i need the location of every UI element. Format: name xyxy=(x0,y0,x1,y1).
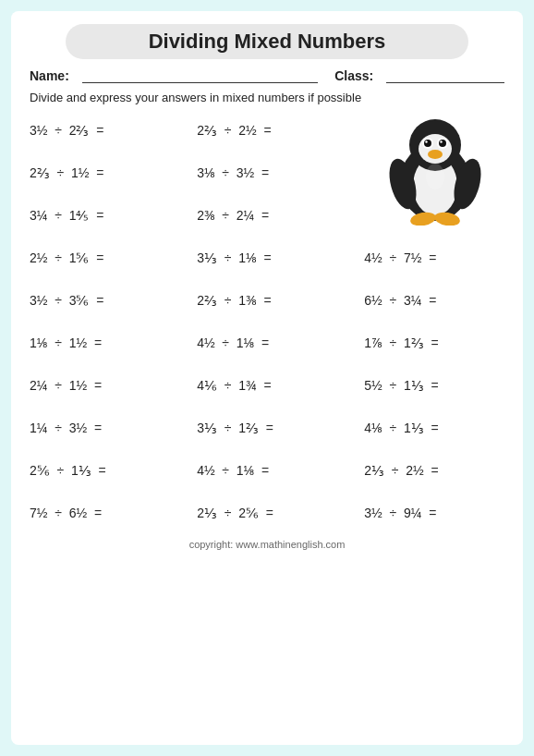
penguin-decoration xyxy=(384,110,504,230)
problem-9-1: 2⅚ ÷ 1⅓ = xyxy=(30,463,197,478)
problem-row-6: 1⅛ ÷ 1½ = 4½ ÷ 1⅛ = 1⅞ ÷ 1⅔ = xyxy=(30,323,504,363)
problem-7-3: 5½ ÷ 1⅓ = xyxy=(364,378,504,393)
class-label: Class: xyxy=(334,68,373,83)
problem-6-3: 1⅞ ÷ 1⅔ = xyxy=(364,335,504,350)
problem-4-3: 4½ ÷ 7½ = xyxy=(364,250,504,265)
problems-area: 3½ ÷ 2⅔ = 2⅔ ÷ 2½ = 2⅔ ÷ 1½ = 3⅛ ÷ 3½ = … xyxy=(30,110,504,533)
problem-1-2: 2⅔ ÷ 2½ = xyxy=(197,123,364,138)
problem-row-9: 2⅚ ÷ 1⅓ = 4½ ÷ 1⅛ = 2⅓ ÷ 2½ = xyxy=(30,450,504,491)
name-label: Name: xyxy=(30,68,69,83)
name-input-line xyxy=(82,68,318,83)
name-class-row: Name: Class: xyxy=(30,68,504,83)
problem-row-10: 7½ ÷ 6½ = 2⅓ ÷ 2⅚ = 3½ ÷ 9¼ = xyxy=(30,493,504,533)
worksheet-page: Dividing Mixed Numbers Name: Class: Divi… xyxy=(11,11,523,745)
svg-point-5 xyxy=(424,140,431,147)
problem-7-1: 2¼ ÷ 1½ = xyxy=(30,378,197,393)
problem-7-2: 4⅙ ÷ 1¾ = xyxy=(197,378,364,393)
title-box: Dividing Mixed Numbers xyxy=(66,24,469,59)
problem-8-3: 4⅛ ÷ 1⅓ = xyxy=(364,421,504,435)
problem-10-1: 7½ ÷ 6½ = xyxy=(30,506,197,520)
penguin-svg xyxy=(384,110,486,226)
problem-6-1: 1⅛ ÷ 1½ = xyxy=(30,335,197,350)
svg-point-3 xyxy=(419,134,452,164)
problem-row-7: 2¼ ÷ 1½ = 4⅙ ÷ 1¾ = 5½ ÷ 1⅓ = xyxy=(30,365,504,406)
problem-10-2: 2⅓ ÷ 2⅚ = xyxy=(197,506,364,520)
problem-3-1: 3¼ ÷ 1⅘ = xyxy=(30,208,197,223)
svg-point-8 xyxy=(439,140,446,147)
svg-point-15 xyxy=(426,164,444,189)
problem-5-3: 6½ ÷ 3¼ = xyxy=(364,293,504,308)
problem-6-2: 4½ ÷ 1⅛ = xyxy=(197,335,364,350)
problem-row-5: 3½ ÷ 3⅚ = 2⅔ ÷ 1⅜ = 6½ ÷ 3¼ = xyxy=(30,280,504,321)
problem-4-1: 2½ ÷ 1⅚ = xyxy=(30,250,197,265)
problem-9-2: 4½ ÷ 1⅛ = xyxy=(197,463,364,478)
class-input-line xyxy=(386,68,504,83)
problem-9-3: 2⅓ ÷ 2½ = xyxy=(364,463,504,478)
problem-3-2: 2⅜ ÷ 2¼ = xyxy=(197,208,364,223)
svg-point-9 xyxy=(440,140,442,142)
problem-2-2: 3⅛ ÷ 3½ = xyxy=(197,165,364,180)
problem-10-3: 3½ ÷ 9¼ = xyxy=(364,506,504,520)
instructions: Divide and express your answers in mixed… xyxy=(30,91,504,104)
problem-1-1: 3½ ÷ 2⅔ = xyxy=(30,123,197,138)
problem-5-2: 2⅔ ÷ 1⅜ = xyxy=(197,293,364,308)
problem-row-4: 2½ ÷ 1⅚ = 3⅓ ÷ 1⅛ = 4½ ÷ 7½ = xyxy=(30,238,504,278)
page-title: Dividing Mixed Numbers xyxy=(149,30,386,53)
copyright: copyright: www.mathinenglish.com xyxy=(30,539,504,550)
svg-point-10 xyxy=(428,150,443,159)
problem-8-1: 1¼ ÷ 3½ = xyxy=(30,421,197,435)
problem-8-2: 3⅓ ÷ 1⅔ = xyxy=(197,421,364,435)
svg-point-6 xyxy=(425,140,427,142)
problem-5-1: 3½ ÷ 3⅚ = xyxy=(30,293,197,308)
problem-row-8: 1¼ ÷ 3½ = 3⅓ ÷ 1⅔ = 4⅛ ÷ 1⅓ = xyxy=(30,408,504,448)
problem-2-1: 2⅔ ÷ 1½ = xyxy=(30,165,197,180)
problem-4-2: 3⅓ ÷ 1⅛ = xyxy=(197,250,364,265)
